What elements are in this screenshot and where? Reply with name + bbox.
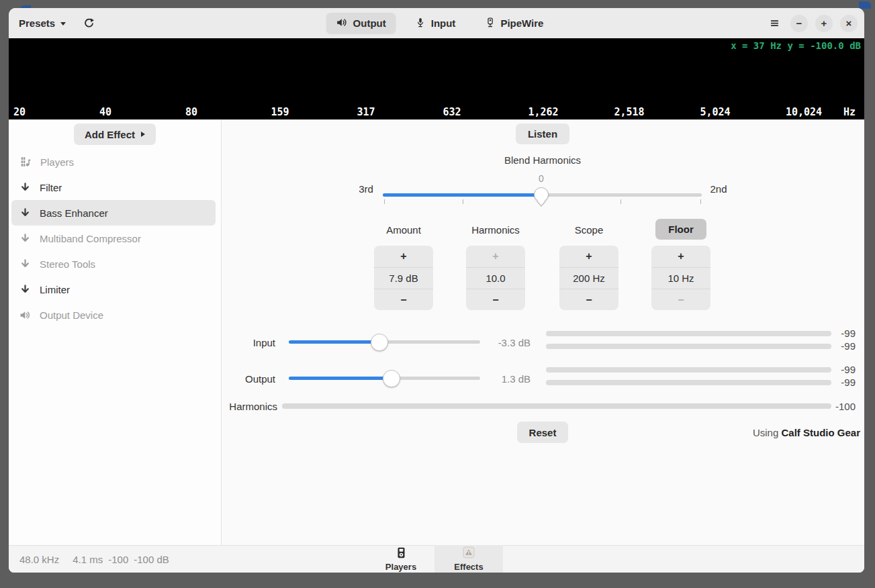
input-level-right-value: -99	[830, 340, 856, 352]
tab-players[interactable]: Players	[367, 546, 435, 573]
close-button[interactable]: ×	[840, 15, 858, 32]
floor-toggle-button[interactable]: Floor	[655, 219, 706, 240]
harmonics-spinbutton: + 10.0 −	[466, 246, 525, 310]
tab-effects[interactable]: Effects	[434, 545, 503, 573]
freq-tick: 10,024	[786, 106, 822, 118]
output-level-left-value: -99	[830, 364, 856, 375]
sample-rate: 48.0 kHz	[19, 554, 59, 565]
harmonics-level-value: -100	[830, 401, 856, 412]
output-gain-label: Output	[222, 373, 275, 385]
global-level-right: -100 dB	[134, 554, 169, 565]
blend-left-label: 3rd	[359, 183, 373, 195]
down-arrow-icon	[19, 258, 31, 270]
listen-button[interactable]: Listen	[516, 124, 569, 144]
slider-tick	[463, 199, 463, 204]
tab-output[interactable]: Output	[326, 13, 396, 34]
using-prefix: Using	[753, 427, 778, 438]
tab-input-label: Input	[431, 17, 456, 29]
menu-icon[interactable]	[770, 18, 780, 28]
minimize-icon: −	[796, 18, 802, 28]
amount-decrease-button[interactable]: −	[374, 289, 433, 310]
amount-label: Amount	[386, 224, 421, 236]
floor-decrease-button[interactable]: −	[651, 289, 710, 310]
sidebar-item-limiter[interactable]: Limiter	[11, 277, 216, 302]
output-level-right-value: -99	[830, 377, 856, 388]
freq-tick: 2,518	[614, 106, 644, 118]
floor-increase-button[interactable]: +	[651, 246, 710, 267]
scope-increase-button[interactable]: +	[559, 246, 618, 267]
output-gain-handle[interactable]	[383, 370, 400, 387]
tab-input[interactable]: Input	[406, 13, 466, 34]
microphone-icon	[416, 17, 426, 30]
plugin-credit: Using Calf Studio Gear	[753, 427, 860, 438]
input-gain-value: -3.3 dB	[480, 337, 531, 348]
sidebar-item-bass-enhancer[interactable]: Bass Enhancer	[11, 200, 216, 226]
tab-pipewire-label: PipeWire	[500, 17, 543, 29]
device-tabs: Output Input PipeWire	[326, 8, 554, 38]
sidebar-item-label: Players	[40, 156, 74, 168]
scope-spinbutton: + 200 Hz −	[559, 246, 618, 310]
amount-value[interactable]: 7.9 dB	[374, 267, 433, 289]
add-effect-label: Add Effect	[85, 129, 135, 140]
chevron-right-icon	[141, 132, 145, 137]
tab-pipewire[interactable]: PipeWire	[475, 13, 553, 34]
scope-label: Scope	[575, 224, 604, 236]
sidebar-item-stereo-tools[interactable]: Stereo Tools	[11, 251, 216, 277]
sidebar-item-label: Multiband Compressor	[40, 233, 141, 244]
sidebar-item-label: Stereo Tools	[40, 258, 95, 270]
slider-tick	[700, 199, 701, 204]
down-arrow-icon	[19, 182, 31, 193]
freq-tick: 20	[13, 106, 26, 118]
presets-dropdown[interactable]: Presets	[19, 17, 66, 29]
blend-right-label: 2nd	[710, 183, 727, 195]
sidebar-item-output-device[interactable]: Output Device	[11, 302, 216, 328]
pipewire-icon	[485, 17, 495, 30]
input-gain-handle[interactable]	[371, 334, 388, 351]
sidebar-item-multiband-compressor[interactable]: Multiband Compressor	[11, 226, 216, 251]
latency: 4.1 ms	[73, 554, 103, 565]
harmonics-increase-button[interactable]: +	[466, 246, 525, 267]
harmonics-value[interactable]: 10.0	[466, 267, 525, 289]
header-bar: Presets Output Input PipeWire	[9, 8, 864, 38]
floor-label: Floor	[668, 224, 694, 235]
sidebar-item-filter[interactable]: Filter	[11, 175, 216, 200]
harmonics-label: Harmonics	[471, 224, 520, 236]
scope-decrease-button[interactable]: −	[559, 289, 618, 310]
amount-increase-button[interactable]: +	[374, 246, 433, 267]
presets-label: Presets	[19, 17, 55, 29]
add-effect-button[interactable]: Add Effect	[74, 124, 156, 145]
maximize-button[interactable]: +	[815, 15, 833, 32]
blend-slider-handle[interactable]	[534, 187, 549, 202]
reload-preset-icon[interactable]	[83, 17, 95, 29]
spectrum-display[interactable]: x = 37 Hz y = -100.0 dB 20 40 80 159 317…	[9, 38, 864, 119]
tab-output-label: Output	[353, 17, 386, 29]
plugin-name: Calf Studio Gear	[781, 427, 860, 438]
sidebar-item-label: Bass Enhancer	[40, 207, 108, 219]
slider-fill	[289, 377, 392, 380]
reset-label: Reset	[529, 427, 557, 438]
down-arrow-icon	[19, 284, 31, 295]
freq-tick: 317	[357, 106, 375, 118]
spectrum-crosshair-readout: x = 37 Hz y = -100.0 dB	[731, 40, 861, 51]
global-level-left: -100	[108, 554, 128, 565]
sidebar-item-players[interactable]: Players	[11, 149, 216, 175]
minimize-button[interactable]: −	[790, 15, 808, 32]
input-level-meter-left	[546, 331, 831, 336]
output-level-meter-left	[546, 367, 831, 373]
harmonics-meter-label: Harmonics	[222, 401, 277, 412]
scope-value[interactable]: 200 Hz	[559, 267, 618, 289]
input-gain-label: Input	[222, 337, 275, 348]
freq-tick: 159	[271, 106, 289, 118]
down-arrow-icon	[19, 233, 31, 244]
chevron-down-icon	[60, 22, 66, 26]
freq-tick: 5,024	[700, 106, 730, 118]
floor-value[interactable]: 10 Hz	[651, 267, 710, 289]
effects-sidebar: Add Effect Players Filter Bass Enhancer	[9, 119, 222, 545]
close-icon: ×	[846, 18, 852, 28]
slider-fill	[383, 193, 541, 197]
harmonics-decrease-button[interactable]: −	[466, 289, 525, 310]
freq-tick: 40	[99, 106, 111, 118]
slider-tick	[384, 199, 385, 204]
reset-button[interactable]: Reset	[517, 422, 568, 443]
output-gain-value: 1.3 dB	[480, 373, 531, 385]
